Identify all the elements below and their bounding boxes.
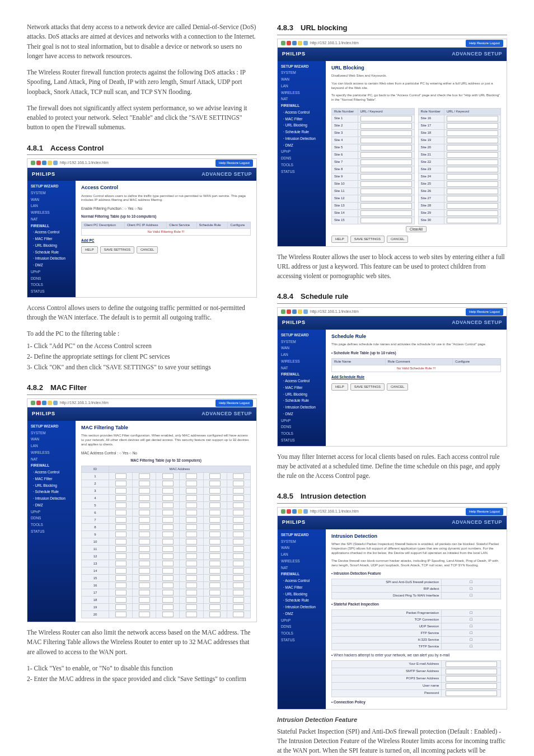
idf-desc: Stateful Packet Inspection (SPI) and Ant…: [277, 727, 507, 756]
intro-para-1: Network attacks that deny access to a ne…: [27, 22, 257, 61]
save-settings-button[interactable]: SAVE SETTINGS: [100, 246, 134, 253]
heading-access-control: 4.8.1Access Control: [27, 143, 257, 156]
help-restore-logout[interactable]: Help Restore Logout: [216, 159, 253, 167]
sidebar-nav[interactable]: SETUP WIZARD SYSTEM WAN LAN WIRELESS NAT…: [27, 181, 76, 297]
advanced-label: ADVANCED SETUP: [202, 171, 252, 179]
mac-desc: The Wireless Router can also limit the n…: [27, 628, 257, 657]
mac-steps-list: 1- Click "Yes" to enable, or "No" to dis…: [27, 664, 257, 684]
idf-subheading: Intrusion Detection Feature: [277, 715, 507, 725]
enable-filtering-radio[interactable]: Enable Filtering Function : ○ Yes ○ No: [81, 206, 251, 212]
screenshot-url-blocking: http://192.168.1.1/index.htm PHILIPSADVA…: [277, 39, 507, 247]
heading-schedule-rule: 4.8.4Schedule rule: [277, 291, 507, 304]
cancel-button[interactable]: CANCEL: [137, 246, 158, 253]
screenshot-access-control: http://192.168.1.1/index.htm PHILIPS ADV…: [27, 158, 257, 298]
filtering-table: Client PC DescriptionClient PC IP Addres…: [81, 222, 251, 236]
ac-steps-intro: To add the PC to the filtering table :: [27, 329, 257, 339]
right-column: 4.8.3URL blocking http://192.168.1.1/ind…: [277, 22, 507, 756]
clearall-button[interactable]: ClearAll: [406, 226, 427, 232]
schedule-desc: You may filter Internet access for local…: [277, 452, 507, 481]
intro-para-3: The firewall does not significantly affe…: [27, 104, 257, 133]
add-pc-link[interactable]: Add PC: [81, 238, 94, 242]
screenshot-schedule-rule: http://192.168.1.1/index.htm PHILIPSADVA…: [277, 307, 507, 447]
screenshot-mac-filter: http://192.168.1.1/index.htm PHILIPSADVA…: [27, 398, 257, 622]
heading-url-blocking: 4.8.3URL blocking: [277, 22, 507, 35]
add-schedule-link[interactable]: Add Schedule Rule: [331, 375, 364, 379]
mac-table[interactable]: IDMAC Address 12345678910111213141516171…: [81, 466, 251, 618]
mac-control-radio[interactable]: MAC Address Control : ○ Yes ○ No: [81, 450, 251, 456]
ac-steps-list: 1- Click "Add PC" on the Access Control …: [27, 341, 257, 373]
brand-logo: PHILIPS: [32, 171, 55, 179]
intro-para-2: The Wireless Router firewall function pr…: [27, 68, 257, 97]
left-column: Network attacks that deny access to a ne…: [27, 22, 257, 756]
access-control-desc: Access Control allows users to define th…: [27, 303, 257, 323]
help-button[interactable]: HELP: [81, 246, 98, 253]
panel-title: Access Control: [81, 184, 251, 192]
url-desc: The Wireless Router allows the user to b…: [277, 252, 507, 281]
screenshot-intrusion-detection: http://192.168.1.1/index.htm PHILIPSADVA…: [277, 507, 507, 710]
heading-intrusion-detection: 4.8.5Intrusion detection: [277, 491, 507, 504]
heading-mac-filter: 4.8.2MAC Filter: [27, 382, 257, 395]
